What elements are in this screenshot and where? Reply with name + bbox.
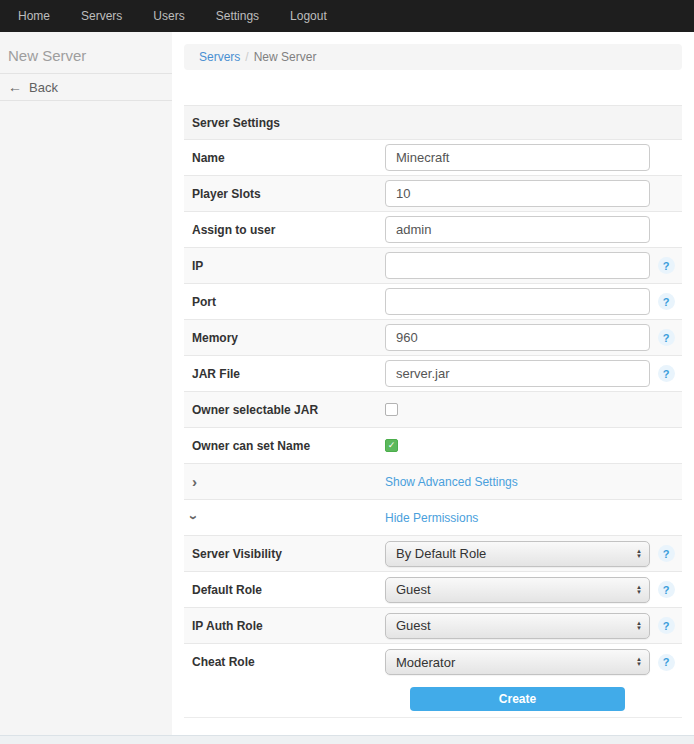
- create-button[interactable]: Create: [410, 687, 625, 711]
- page-title: New Server: [0, 32, 172, 74]
- select-stepper-icon: ▲▼: [636, 585, 642, 595]
- breadcrumb-servers-link[interactable]: Servers: [199, 50, 240, 64]
- nav-item-logout[interactable]: Logout: [282, 9, 335, 23]
- field-label-ip-auth-role: IP Auth Role: [184, 619, 385, 633]
- select-stepper-icon: ▲▼: [636, 549, 642, 559]
- field-label-owner-selectable-jar: Owner selectable JAR: [184, 403, 385, 417]
- sidebar: New Server ← Back: [0, 32, 172, 735]
- field-label-assign-to-user: Assign to user: [184, 223, 385, 237]
- input-port[interactable]: [385, 288, 650, 315]
- form-row-server-visibility: Server VisibilityBy Default Role▲▼?: [184, 536, 682, 572]
- back-button[interactable]: ← Back: [0, 74, 172, 101]
- field-label-server-visibility: Server Visibility: [184, 547, 385, 561]
- input-player-slots[interactable]: [385, 180, 650, 207]
- link-show-advanced-settings[interactable]: Show Advanced Settings: [385, 475, 518, 489]
- select-value: Guest: [396, 582, 431, 597]
- form-row-show-advanced-settings: ›Show Advanced Settings: [184, 464, 682, 500]
- field-label-memory: Memory: [184, 331, 385, 345]
- form-row-default-role: Default RoleGuest▲▼?: [184, 572, 682, 608]
- nav-item-settings[interactable]: Settings: [208, 9, 267, 23]
- form-row-assign-to-user: Assign to user: [184, 212, 682, 248]
- select-value: Moderator: [396, 655, 455, 670]
- select-server-visibility[interactable]: By Default Role▲▼: [385, 541, 650, 567]
- form-rows: NamePlayer SlotsAssign to userIP?Port?Me…: [184, 140, 682, 680]
- toggle-chevron-cell: ›: [184, 474, 385, 490]
- field-label-default-role: Default Role: [184, 583, 385, 597]
- breadcrumb: Servers / New Server: [184, 44, 682, 70]
- checkbox-owner-can-set-name[interactable]: ✓: [385, 439, 398, 452]
- form-row-cheat-role: Cheat RoleModerator▲▼?: [184, 644, 682, 680]
- chevron-right-icon[interactable]: ›: [192, 474, 197, 489]
- server-settings-form: Server Settings NamePlayer SlotsAssign t…: [184, 105, 682, 718]
- form-row-ip: IP?: [184, 248, 682, 284]
- form-row-jar-file: JAR File?: [184, 356, 682, 392]
- input-memory[interactable]: [385, 324, 650, 351]
- breadcrumb-separator: /: [245, 50, 248, 64]
- help-icon[interactable]: ?: [658, 617, 675, 634]
- form-row-hide-permissions: ›Hide Permissions: [184, 500, 682, 536]
- help-icon[interactable]: ?: [658, 293, 675, 310]
- nav-item-servers[interactable]: Servers: [73, 9, 130, 23]
- checkbox-owner-selectable-jar[interactable]: [385, 403, 398, 416]
- help-icon[interactable]: ?: [658, 545, 675, 562]
- form-row-owner-selectable-jar: Owner selectable JAR: [184, 392, 682, 428]
- input-name[interactable]: [385, 144, 650, 171]
- field-label-name: Name: [184, 151, 385, 165]
- section-header: Server Settings: [184, 106, 682, 140]
- nav-item-users[interactable]: Users: [145, 9, 192, 23]
- field-label-ip: IP: [184, 259, 385, 273]
- input-jar-file[interactable]: [385, 360, 650, 387]
- back-label: Back: [29, 80, 58, 95]
- field-label-owner-can-set-name: Owner can set Name: [184, 439, 385, 453]
- help-icon[interactable]: ?: [658, 257, 675, 274]
- input-ip[interactable]: [385, 252, 650, 279]
- select-stepper-icon: ▲▼: [636, 621, 642, 631]
- field-label-player-slots: Player Slots: [184, 187, 385, 201]
- select-ip-auth-role[interactable]: Guest▲▼: [385, 613, 650, 639]
- form-row-name: Name: [184, 140, 682, 176]
- field-label-cheat-role: Cheat Role: [184, 655, 385, 669]
- breadcrumb-current: New Server: [254, 50, 317, 64]
- select-value: By Default Role: [396, 546, 486, 561]
- field-label-jar-file: JAR File: [184, 367, 385, 381]
- form-row-player-slots: Player Slots: [184, 176, 682, 212]
- main-content: Servers / New Server Server Settings Nam…: [172, 32, 694, 735]
- chevron-down-icon[interactable]: ›: [187, 515, 202, 520]
- form-row-memory: Memory?: [184, 320, 682, 356]
- help-icon[interactable]: ?: [658, 365, 675, 382]
- top-navbar: Home Servers Users Settings Logout: [0, 0, 694, 32]
- form-row-port: Port?: [184, 284, 682, 320]
- link-hide-permissions[interactable]: Hide Permissions: [385, 511, 478, 525]
- select-value: Guest: [396, 618, 431, 633]
- help-icon[interactable]: ?: [658, 581, 675, 598]
- select-stepper-icon: ▲▼: [636, 657, 642, 667]
- nav-item-home[interactable]: Home: [10, 9, 58, 23]
- back-arrow-icon: ←: [8, 79, 22, 95]
- field-label-port: Port: [184, 295, 385, 309]
- help-icon[interactable]: ?: [658, 654, 675, 671]
- help-icon[interactable]: ?: [658, 329, 675, 346]
- input-assign-to-user[interactable]: [385, 216, 650, 243]
- select-default-role[interactable]: Guest▲▼: [385, 577, 650, 603]
- footer-bar: [0, 735, 694, 744]
- form-row-owner-can-set-name: Owner can set Name✓: [184, 428, 682, 464]
- form-row-ip-auth-role: IP Auth RoleGuest▲▼?: [184, 608, 682, 644]
- toggle-chevron-cell: ›: [184, 510, 385, 526]
- create-row: Create: [184, 680, 682, 717]
- select-cheat-role[interactable]: Moderator▲▼: [385, 649, 650, 675]
